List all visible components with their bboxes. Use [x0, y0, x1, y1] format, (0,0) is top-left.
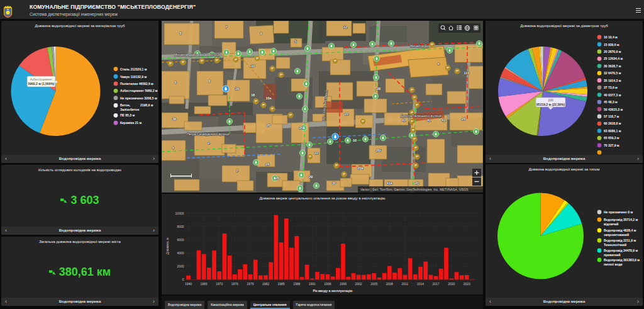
svg-text:16: 16 — [235, 87, 239, 91]
svg-text:6000: 6000 — [177, 238, 184, 242]
svg-text:Не призначено 0 м: Не призначено 0 м — [604, 210, 633, 214]
svg-text:Vantor | Esri, TomTom, Garmin,: Vantor | Esri, TomTom, Garmin, GeoTechno… — [360, 188, 469, 191]
svg-text:20а: 20а — [357, 166, 364, 170]
svg-text:Водопровід 2211,9 м: Водопровід 2211,9 м — [604, 239, 636, 242]
svg-text:Бетон,: Бетон, — [120, 103, 131, 107]
svg-text:60 2918,8 м: 60 2918,8 м — [604, 121, 621, 125]
svg-text:50 43615,3 м: 50 43615,3 м — [604, 108, 623, 111]
svg-text:2011: 2011 — [402, 282, 409, 286]
svg-text:Водопровід 35714,2 м: Водопровід 35714,2 м — [604, 218, 638, 222]
svg-text:18: 18 — [251, 93, 255, 97]
svg-text:Водопровід 301383,9 м: Водопровід 301383,9 м — [604, 258, 640, 262]
svg-text:відомчий: відомчий — [604, 222, 618, 226]
svg-text:5: 5 — [294, 40, 296, 43]
svg-text:30: 30 — [332, 181, 336, 185]
svg-text:57 118,7 м: 57 118,7 м — [604, 115, 619, 118]
svg-text:41: 41 — [441, 118, 445, 122]
svg-text:10а: 10а — [265, 96, 272, 100]
svg-text:85219,2 м (22,39%): 85219,2 м (22,39%) — [536, 103, 565, 106]
svg-text:2020: 2020 — [448, 282, 455, 286]
svg-text:110: 110 — [464, 71, 470, 75]
svg-text:29: 29 — [309, 175, 313, 179]
svg-text:2005: 2005 — [370, 282, 377, 286]
svg-text:24: 24 — [265, 162, 270, 166]
svg-text:10: 10 — [353, 138, 357, 142]
svg-text:20: 20 — [299, 126, 303, 130]
svg-text:Технологічний: Технологічний — [604, 243, 626, 247]
svg-text:Водопровід 4828,4 м: Водопровід 4828,4 м — [604, 228, 636, 232]
svg-text:25 12634,4 м: 25 12634,4 м — [604, 57, 623, 60]
svg-text:10 10,4 м: 10 10,4 м — [604, 35, 618, 39]
svg-text:Чавун 110132,9 м: Чавун 110132,9 м — [120, 75, 147, 79]
svg-text:28: 28 — [377, 87, 380, 91]
svg-text:Рік вводу в експлуатацію: Рік вводу в експлуатацію — [313, 289, 353, 293]
svg-text:100: 100 — [548, 98, 553, 102]
svg-text:2198,9 м: 2198,9 м — [140, 103, 153, 107]
svg-text:2014: 2014 — [417, 282, 424, 286]
svg-text:63 8086,1 м: 63 8086,1 м — [604, 129, 621, 133]
svg-text:32 6470,5 м: 32 6470,5 м — [604, 71, 621, 75]
svg-text:1999: 1999 — [340, 282, 347, 286]
svg-text:ПЕ 85,3 м: ПЕ 85,3 м — [120, 113, 135, 117]
svg-text:0: 0 — [182, 278, 184, 281]
svg-text:Азбестоцемент: Азбестоцемент — [30, 77, 53, 81]
svg-text:22: 22 — [345, 112, 348, 116]
svg-text:70 327,9 м: 70 327,9 м — [604, 143, 619, 147]
svg-text:2017: 2017 — [433, 282, 440, 286]
svg-text:2: 2 — [208, 141, 209, 145]
svg-text:1976: 1976 — [231, 282, 238, 286]
svg-text:Поліетилен 46582,6 м: Поліетилен 46582,6 м — [120, 82, 153, 86]
svg-text:2002: 2002 — [355, 282, 362, 286]
svg-text:1988: 1988 — [293, 282, 300, 286]
svg-text:Довжина, м: Довжина, м — [165, 237, 169, 254]
svg-text:38: 38 — [172, 117, 176, 121]
svg-text:Петра Сагайдачного вулиця: Петра Сагайдачного вулиця — [187, 132, 230, 136]
svg-text:8000: 8000 — [177, 225, 184, 228]
svg-text:41: 41 — [402, 118, 406, 122]
svg-text:5960,2 м (1,566%): 5960,2 м (1,566%) — [28, 82, 54, 86]
svg-text:8: 8 — [179, 31, 181, 35]
svg-text:26: 26 — [275, 176, 279, 180]
svg-text:20: 20 — [415, 181, 419, 185]
svg-text:2023: 2023 — [464, 282, 470, 286]
svg-text:37 73,6 м: 37 73,6 м — [604, 86, 618, 89]
svg-text:41а: 41а — [386, 181, 392, 185]
svg-text:40 6377,3 м: 40 6377,3 м — [604, 93, 621, 97]
svg-text:24: 24 — [462, 117, 466, 121]
svg-text:7: 7 — [225, 25, 227, 29]
svg-text:Кераміка 21 м: Кераміка 21 м — [120, 121, 142, 125]
svg-text:4000: 4000 — [177, 251, 184, 255]
svg-text:Михайла Др: Михайла Др — [410, 44, 428, 48]
svg-text:1973: 1973 — [216, 282, 223, 286]
svg-text:20: 20 — [267, 123, 270, 127]
svg-text:45 48,3 м: 45 48,3 м — [604, 100, 618, 104]
svg-text:Не призначено 3208,5 м: Не призначено 3208,5 м — [120, 96, 157, 100]
svg-text:приватний: приватний — [604, 253, 621, 257]
svg-text:1985: 1985 — [278, 282, 285, 286]
svg-text:1940: 1940 — [185, 282, 192, 286]
svg-text:запроектований: запроектований — [604, 233, 629, 237]
svg-text:20г: 20г — [376, 149, 382, 152]
svg-text:1991: 1991 — [309, 282, 316, 286]
svg-text:6: 6 — [174, 81, 176, 84]
svg-text:1979: 1979 — [247, 282, 253, 286]
svg-text:10: 10 — [251, 64, 255, 68]
svg-text:41: 41 — [427, 118, 431, 122]
svg-text:65 659,3 м: 65 659,3 м — [604, 136, 619, 140]
svg-text:1982: 1982 — [262, 282, 269, 286]
svg-text:Залізобетон: Залізобетон — [120, 108, 139, 111]
svg-text:Сталь 212320,1 м: Сталь 212320,1 м — [120, 67, 147, 71]
svg-text:35 1914,3 м: 35 1914,3 м — [604, 79, 621, 82]
svg-text:30 3628,7 м: 30 3628,7 м — [604, 64, 621, 68]
svg-text:Азбестоцемент 5960,2 м: Азбестоцемент 5960,2 м — [120, 89, 158, 93]
svg-text:Водопровід 34470,9 м: Водопровід 34470,9 м — [604, 249, 638, 252]
svg-text:22: 22 — [314, 151, 318, 155]
svg-text:12: 12 — [343, 25, 347, 29]
svg-text:2008: 2008 — [386, 282, 393, 286]
svg-text:20 2870,9 м: 20 2870,9 м — [604, 50, 621, 53]
svg-text:2: 2 — [236, 169, 238, 172]
svg-text:9: 9 — [260, 31, 262, 35]
svg-text:8: 8 — [208, 79, 210, 83]
svg-text:Михайла Драгоманова вулиця: Михайла Драгоманова вулиця — [174, 53, 220, 57]
svg-text:15 939,6 м: 15 939,6 м — [604, 43, 619, 47]
